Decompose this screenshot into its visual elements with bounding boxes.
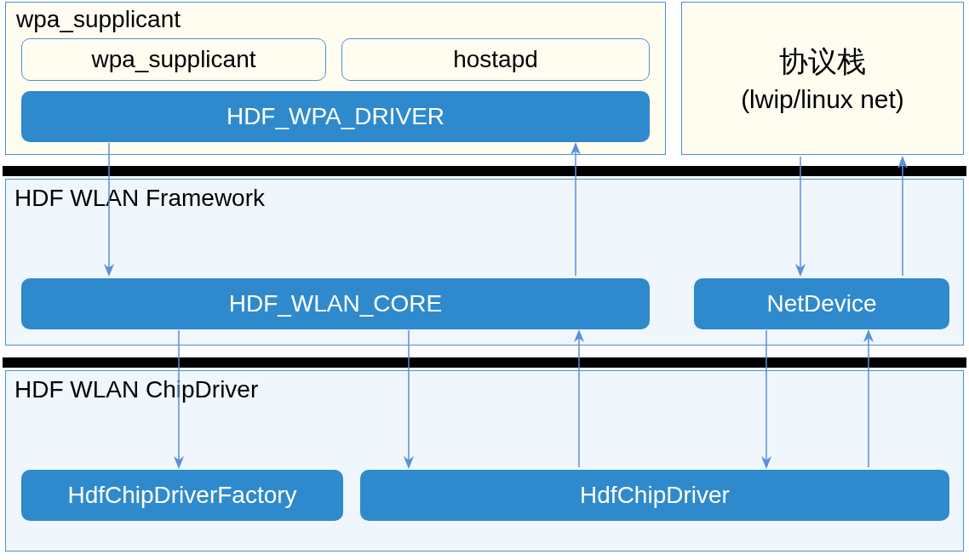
label-hdfchipdriverfactory: HdfChipDriverFactory: [67, 482, 296, 509]
label-protocol-title: 协议栈: [779, 43, 866, 82]
separator-bar-2: [3, 357, 966, 368]
layer-title-framework: HDF WLAN Framework: [14, 185, 265, 212]
box-hdf-wlan-core: HDF_WLAN_CORE: [21, 278, 650, 329]
box-hostapd: hostapd: [341, 38, 650, 81]
box-netdevice: NetDevice: [694, 278, 949, 329]
layer-title-wpa: wpa_supplicant: [16, 6, 181, 33]
label-hdfchipdriver: HdfChipDriver: [580, 482, 730, 509]
label-protocol-sub: (lwip/linux net): [741, 85, 904, 114]
label-wpa-supplicant: wpa_supplicant: [91, 46, 255, 73]
box-hdf-wpa-driver: HDF_WPA_DRIVER: [21, 91, 650, 142]
layer-hdf-wlan-framework: HDF WLAN Framework HDF_WLAN_CORE NetDevi…: [5, 179, 964, 346]
label-hdf-wpa-driver: HDF_WPA_DRIVER: [226, 103, 444, 130]
box-wpa-supplicant: wpa_supplicant: [21, 38, 326, 81]
layer-protocol-stack: 协议栈 (lwip/linux net): [681, 2, 964, 155]
label-netdevice: NetDevice: [766, 290, 876, 317]
label-hdf-wlan-core: HDF_WLAN_CORE: [229, 290, 442, 317]
label-hostapd: hostapd: [453, 46, 538, 73]
box-hdfchipdriverfactory: HdfChipDriverFactory: [21, 470, 343, 521]
box-hdfchipdriver: HdfChipDriver: [360, 470, 949, 521]
layer-wpa-supplicant: wpa_supplicant wpa_supplicant hostapd HD…: [5, 2, 666, 155]
separator-bar-1: [3, 166, 966, 176]
layer-hdf-wlan-chipdriver: HDF WLAN ChipDriver HdfChipDriverFactory…: [5, 370, 964, 551]
layer-title-chipdriver: HDF WLAN ChipDriver: [14, 376, 258, 403]
